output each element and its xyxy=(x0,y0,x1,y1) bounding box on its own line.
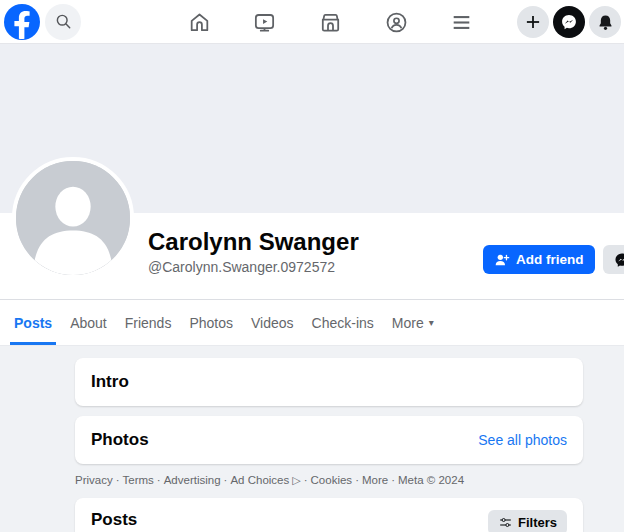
footer: Privacy·Terms·Advertising·Ad Choices▷·Co… xyxy=(75,474,583,487)
default-avatar-icon xyxy=(16,161,130,275)
header-actions xyxy=(517,6,621,38)
facebook-logo[interactable] xyxy=(4,4,40,40)
profile-header: Carolynn Swanger @Carolynn.Swanger.09725… xyxy=(0,213,624,299)
nav-groups-button[interactable] xyxy=(383,9,409,35)
notifications-button[interactable] xyxy=(589,6,621,38)
footer-link-more[interactable]: More xyxy=(362,474,388,486)
tab-more[interactable]: More ▾ xyxy=(388,300,438,345)
tab-posts[interactable]: Posts xyxy=(10,300,56,345)
search-button[interactable] xyxy=(45,4,81,40)
footer-link-advertising[interactable]: Advertising xyxy=(164,474,221,486)
tab-friends[interactable]: Friends xyxy=(121,300,176,345)
footer-link-ad-choices[interactable]: Ad Choices xyxy=(230,474,289,486)
tab-photos[interactable]: Photos xyxy=(185,300,237,345)
footer-link-privacy[interactable]: Privacy xyxy=(75,474,113,486)
footer-separator: · xyxy=(355,474,359,486)
footer-separator: · xyxy=(224,474,228,486)
footer-separator: · xyxy=(391,474,395,486)
photos-card: Photos See all photos xyxy=(75,416,583,464)
filters-label: Filters xyxy=(518,515,557,530)
intro-title: Intro xyxy=(91,372,567,392)
menu-icon xyxy=(449,10,474,35)
footer-link-cookies[interactable]: Cookies xyxy=(311,474,353,486)
profile-picture[interactable] xyxy=(12,157,134,279)
home-icon xyxy=(187,10,212,35)
add-friend-label: Add friend xyxy=(516,252,584,267)
nav-menu-button[interactable] xyxy=(448,9,474,35)
nav-watch-button[interactable] xyxy=(251,9,277,35)
plus-icon xyxy=(524,13,542,31)
marketplace-icon xyxy=(318,10,343,35)
photos-title: Photos xyxy=(91,430,149,450)
nav-home-button[interactable] xyxy=(186,9,212,35)
top-nav-bar xyxy=(0,0,624,44)
posts-card: Posts Filters xyxy=(75,498,583,532)
tab-about[interactable]: About xyxy=(66,300,111,345)
profile-content: Intro Photos See all photos Privacy·Term… xyxy=(0,346,624,532)
filters-sliders-icon xyxy=(498,515,513,530)
notifications-bell-icon xyxy=(596,13,615,32)
see-all-photos-link[interactable]: See all photos xyxy=(478,432,567,448)
footer-link-terms[interactable]: Terms xyxy=(123,474,154,486)
profile-tabs: Posts About Friends Photos Videos Check-… xyxy=(0,299,624,346)
messenger-icon xyxy=(560,13,578,31)
chevron-down-icon: ▾ xyxy=(429,318,434,328)
tab-check-ins[interactable]: Check-ins xyxy=(308,300,378,345)
posts-title: Posts xyxy=(91,510,137,530)
add-friend-button[interactable]: Add friend xyxy=(483,245,595,274)
create-button[interactable] xyxy=(517,6,549,38)
filters-button[interactable]: Filters xyxy=(488,510,567,532)
message-button[interactable]: Message xyxy=(603,245,624,274)
facebook-profile-page: Carolynn Swanger @Carolynn.Swanger.09725… xyxy=(0,0,624,532)
watch-icon xyxy=(252,10,277,35)
nav-marketplace-button[interactable] xyxy=(317,9,343,35)
footer-separator: · xyxy=(304,474,308,486)
profile-action-buttons: Add friend Message xyxy=(483,245,624,274)
facebook-logo-icon xyxy=(4,4,40,40)
footer-separator: · xyxy=(116,474,120,486)
groups-icon xyxy=(384,10,409,35)
person-add-icon xyxy=(494,252,510,268)
adchoices-icon: ▷ xyxy=(292,474,300,486)
tab-videos[interactable]: Videos xyxy=(247,300,298,345)
search-icon xyxy=(55,13,72,30)
messenger-small-icon xyxy=(614,252,624,268)
footer-separator: · xyxy=(157,474,161,486)
footer-copyright: Meta © 2024 xyxy=(398,474,464,486)
messenger-button[interactable] xyxy=(553,6,585,38)
intro-card: Intro xyxy=(75,358,583,406)
